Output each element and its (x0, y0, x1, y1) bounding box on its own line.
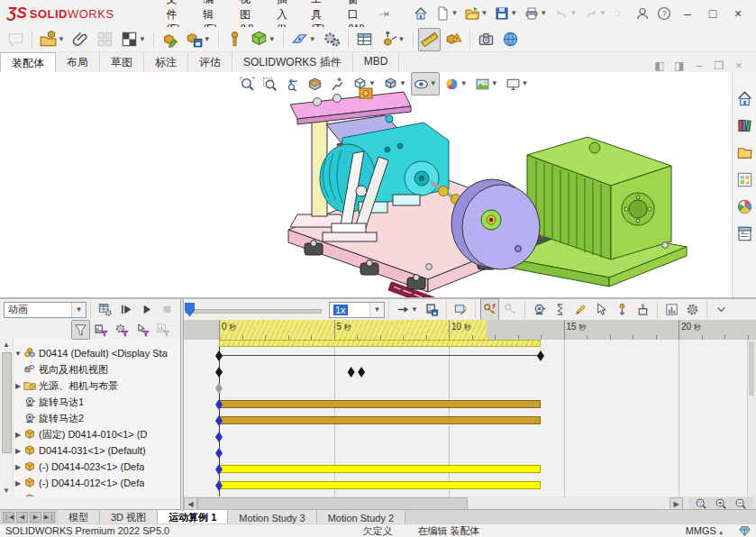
maximize-button[interactable]: □ (700, 6, 725, 21)
new-motion-study-icon[interactable] (321, 28, 343, 51)
scroll-down-icon[interactable]: ▼ (0, 486, 13, 496)
insert-component-icon[interactable]: ▼ (37, 28, 68, 51)
design-library-icon[interactable] (733, 114, 756, 137)
doc-tab-4[interactable]: Motion Study 3 (228, 510, 316, 524)
doc-restore-button[interactable]: ❐ (709, 59, 729, 72)
timeline-position-slider[interactable] (185, 302, 322, 318)
hscroll-thumb[interactable] (197, 497, 468, 510)
tree-item[interactable]: ▶光源、相机与布景 (13, 378, 180, 394)
print-icon[interactable]: ▼ (522, 2, 550, 25)
new-document-icon[interactable]: ▼ (433, 2, 460, 25)
reference-geometry-icon[interactable]: ▼ (288, 28, 319, 51)
chevron-down-icon[interactable]: ▼ (71, 303, 86, 317)
expander-icon[interactable]: ▶ (13, 447, 23, 455)
cmd-tab-5[interactable]: 评估 (188, 52, 232, 72)
previous-view-icon[interactable] (282, 72, 303, 96)
slider-track[interactable] (185, 309, 322, 314)
playback-mode-icon[interactable]: ▼ (394, 298, 421, 322)
timeline-bar-d0414-012[interactable] (219, 481, 541, 489)
timeline-canvas[interactable] (184, 340, 756, 496)
scroll-right-icon[interactable]: ▶ (669, 497, 683, 510)
file-explorer-icon[interactable] (733, 141, 756, 164)
cmd-tab-6[interactable]: SOLIDWORKS 插件 (232, 52, 353, 72)
edit-component-icon[interactable] (159, 28, 181, 51)
spring-icon[interactable] (551, 298, 569, 322)
custom-properties-icon[interactable] (733, 222, 756, 245)
smart-fasteners-icon[interactable] (223, 28, 246, 51)
doc-tab-2[interactable]: 3D 视图 (100, 510, 158, 524)
slider-thumb[interactable] (185, 303, 195, 317)
doc-close-button[interactable]: × (729, 59, 749, 72)
edit-appearance-icon[interactable]: ▼ (442, 72, 470, 96)
tab-nav-last-icon[interactable]: ▶❘ (43, 512, 55, 523)
tab-nav-first-icon[interactable]: ❘◀ (3, 512, 14, 523)
scroll-thumb[interactable] (2, 352, 12, 453)
timeline-vscrollbar[interactable] (747, 340, 756, 496)
view-orientation-icon[interactable]: ▼ (350, 72, 378, 96)
contact-icon[interactable] (571, 298, 590, 322)
units-selector[interactable]: MMGS ▴ (686, 525, 723, 536)
results-and-plots-icon[interactable] (662, 298, 681, 322)
collapse-motionmanager-icon[interactable] (712, 298, 731, 322)
view-settings-icon[interactable]: ▼ (503, 72, 532, 96)
doc-minimize-button[interactable]: – (689, 59, 709, 72)
key-point[interactable] (358, 367, 365, 378)
preview-window-icon[interactable]: ▼ (118, 28, 149, 51)
playback-speed-combo[interactable]: 1x ▼ (329, 302, 385, 318)
user-account-icon[interactable] (633, 2, 652, 25)
play-icon[interactable] (137, 298, 156, 322)
tree-item[interactable]: ▶(-) D0414-012<1> (Defa (13, 475, 180, 491)
animation-wizard-icon[interactable] (451, 298, 470, 322)
doc-tab-3[interactable]: 运动算例 1 (158, 510, 228, 524)
timeline-bar-rotary-motor-1[interactable] (219, 400, 541, 408)
key-point[interactable] (215, 383, 223, 394)
key-point[interactable] (348, 367, 355, 378)
doc-tab-5[interactable]: Motion Study 2 (317, 510, 405, 524)
save-components-icon[interactable]: ▼ (183, 28, 214, 51)
save-icon[interactable]: ▼ (492, 2, 520, 25)
expander-icon[interactable]: ▶ (13, 382, 23, 390)
cmd-tab-1[interactable]: 装配体 (0, 52, 56, 72)
dynamic-annotation-icon[interactable] (327, 72, 348, 96)
animation-duration-band[interactable] (219, 340, 541, 347)
assembly-model[interactable] (0, 72, 732, 297)
tree-item[interactable]: ▶D0414-031<1> (Default) (13, 442, 180, 459)
expander-icon[interactable]: ▼ (13, 350, 23, 358)
interference-detection-icon[interactable] (442, 28, 465, 51)
key-point[interactable] (215, 350, 223, 361)
cmd-tab-3[interactable]: 草图 (100, 52, 144, 72)
view-palette-icon[interactable] (733, 168, 756, 191)
filter-selected-icon[interactable] (133, 320, 152, 340)
help-icon[interactable] (654, 2, 674, 25)
pin-menu-icon[interactable]: 📌︎ (376, 5, 394, 23)
calculate-icon[interactable] (96, 298, 114, 322)
open-icon[interactable]: ▼ (462, 2, 490, 25)
tab-nav-next-icon[interactable]: ▶ (30, 512, 41, 523)
expander-icon[interactable]: ▶ (13, 479, 23, 487)
gravity-icon[interactable] (613, 298, 632, 322)
hide-show-items-icon[interactable]: ▼ (411, 72, 440, 96)
pane-left-button[interactable]: ◧ (650, 59, 669, 72)
cmd-tab-2[interactable]: 布局 (56, 52, 100, 72)
cmd-tab-7[interactable]: MBD (353, 52, 400, 72)
assembly-features-icon[interactable]: ▼ (248, 28, 278, 51)
appearances-icon[interactable] (733, 195, 756, 218)
play-from-start-icon[interactable] (116, 298, 135, 322)
key-point[interactable] (215, 432, 223, 442)
timeline-ruler[interactable]: 0 秒5 秒10 秒15 秒20 秒 (184, 320, 756, 340)
cmd-tab-4[interactable]: 标注 (144, 52, 188, 72)
tree-scrollbar[interactable]: ▲ ▼ (0, 340, 14, 496)
tags-gem-icon[interactable] (739, 525, 751, 537)
hscroll-track[interactable] (197, 497, 669, 510)
tree-item[interactable]: 旋转马达2 (13, 410, 180, 426)
key-point[interactable] (215, 448, 223, 459)
minimize-button[interactable]: – (675, 6, 700, 21)
study-properties-icon[interactable] (683, 298, 702, 322)
expander-icon[interactable]: ▶ (13, 431, 23, 439)
tree-item[interactable]: ▶(-) D0414-023<1> (Defa (13, 459, 180, 475)
damper-icon[interactable] (633, 298, 652, 322)
scroll-left-icon[interactable]: ◀ (184, 497, 197, 510)
graphics-area[interactable]: ▼▼▼▼▼▼ (0, 72, 756, 297)
filter-driving-icon[interactable] (113, 320, 132, 340)
apply-scene-icon[interactable]: ▼ (472, 72, 501, 96)
